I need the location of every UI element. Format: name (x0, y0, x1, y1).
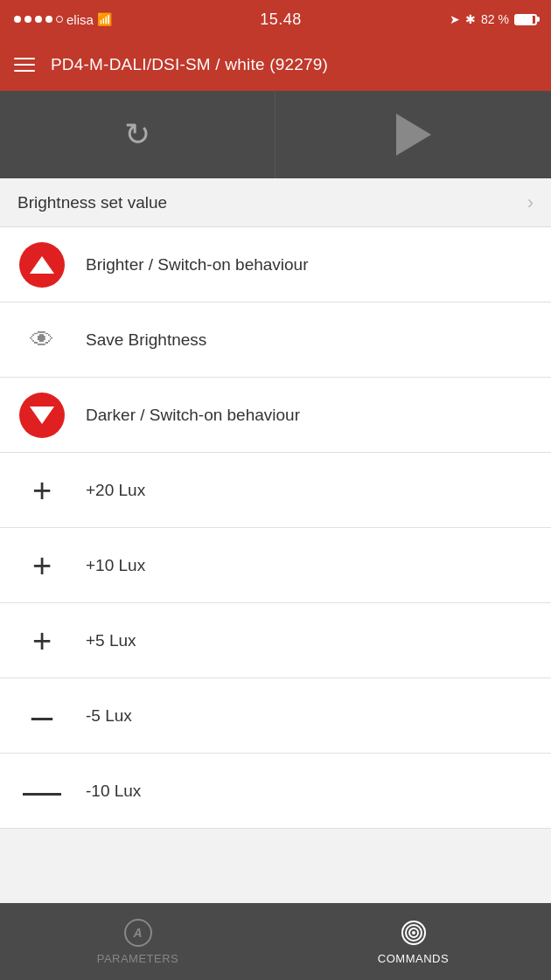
save-brightness-label: Save Brightness (86, 330, 206, 350)
plus-medium-icon: + (32, 549, 52, 582)
plus-large-icon: + (32, 474, 52, 507)
dot4 (45, 16, 52, 23)
repeat-icon: ↻ (124, 116, 150, 153)
menu-button[interactable] (14, 58, 35, 72)
wifi-icon: 📶 (97, 12, 112, 26)
status-left: elisa 📶 (14, 12, 112, 27)
battery-percent: 82 % (481, 12, 509, 26)
hamburger-line2 (14, 64, 35, 66)
chevron-right-icon: › (527, 191, 534, 214)
toolbar: ↻ (0, 91, 551, 178)
arrow-up-shape (30, 256, 54, 274)
command-plus10[interactable]: + +10 Lux (0, 528, 551, 603)
concentric-icon (401, 920, 427, 946)
dot-center (412, 931, 415, 935)
command-minus5[interactable]: – -5 Lux (0, 678, 551, 754)
command-minus10[interactable]: — -10 Lux (0, 754, 551, 829)
brighter-label: Brighter / Switch-on behaviour (86, 255, 309, 275)
plus20-label: +20 Lux (86, 481, 145, 500)
nav-bar: PD4-M-DALI/DSI-SM / white (92279) (0, 38, 551, 91)
brightness-header[interactable]: Brightness set value › (0, 178, 551, 227)
battery-fill (516, 16, 533, 24)
command-darker[interactable]: Darker / Switch-on behaviour (0, 378, 551, 453)
bluetooth-icon: ✱ (465, 12, 476, 26)
status-bar: elisa 📶 15.48 ➤ ✱ 82 % (0, 0, 551, 38)
dot1 (14, 16, 21, 23)
minus5-label: -5 Lux (86, 706, 132, 726)
play-icon (396, 114, 431, 156)
dot3 (35, 16, 42, 23)
command-plus5[interactable]: + +5 Lux (0, 603, 551, 678)
command-list: Brighter / Switch-on behaviour 👁 Save Br… (0, 227, 551, 829)
dot2 (24, 16, 31, 23)
hamburger-line3 (14, 70, 35, 72)
brighter-icon (17, 240, 66, 289)
eye-icon: 👁 (30, 325, 54, 354)
tab-bar: A PARAMETERS COMMANDS (0, 903, 551, 980)
commands-icon-container (400, 919, 428, 947)
minus10-label: -10 Lux (86, 782, 141, 801)
hamburger-line1 (14, 58, 35, 59)
darker-icon (17, 391, 66, 440)
command-save-brightness[interactable]: 👁 Save Brightness (0, 302, 551, 378)
arrow-down-shape (30, 407, 54, 424)
dot5 (56, 16, 63, 23)
parameters-icon: A (124, 919, 152, 947)
darker-label: Darker / Switch-on behaviour (86, 406, 300, 425)
carrier-label: elisa (66, 12, 94, 27)
minus-medium-icon: — (23, 772, 61, 810)
circle-up-icon (19, 242, 65, 288)
plus10-label: +10 Lux (86, 556, 145, 575)
battery-icon (514, 14, 537, 25)
parameters-tab-label: PARAMETERS (97, 952, 179, 965)
command-plus20[interactable]: + +20 Lux (0, 453, 551, 528)
minus5-icon: – (17, 692, 66, 740)
play-button[interactable] (276, 91, 551, 178)
commands-tab-label: COMMANDS (378, 952, 449, 965)
tab-commands[interactable]: COMMANDS (276, 903, 551, 980)
status-right: ➤ ✱ 82 % (450, 12, 537, 26)
circle-down-icon (19, 393, 65, 438)
brightness-label: Brightness set value (17, 193, 167, 212)
page-title: PD4-M-DALI/DSI-SM / white (92279) (51, 55, 328, 74)
minus10-icon: — (17, 767, 66, 816)
plus10-icon: + (17, 541, 66, 590)
plus20-icon: + (17, 466, 66, 515)
plus5-label: +5 Lux (86, 631, 136, 650)
tab-parameters[interactable]: A PARAMETERS (0, 903, 276, 980)
plus5-icon: + (17, 616, 66, 665)
signal-dots (14, 16, 63, 23)
plus-small-icon: + (32, 624, 52, 657)
command-brighter[interactable]: Brighter / Switch-on behaviour (0, 227, 551, 302)
time-display: 15.48 (260, 10, 302, 29)
repeat-button[interactable]: ↻ (0, 91, 276, 178)
minus-small-icon: – (31, 697, 52, 735)
eye-icon-container: 👁 (17, 316, 66, 365)
location-icon: ➤ (450, 12, 460, 26)
